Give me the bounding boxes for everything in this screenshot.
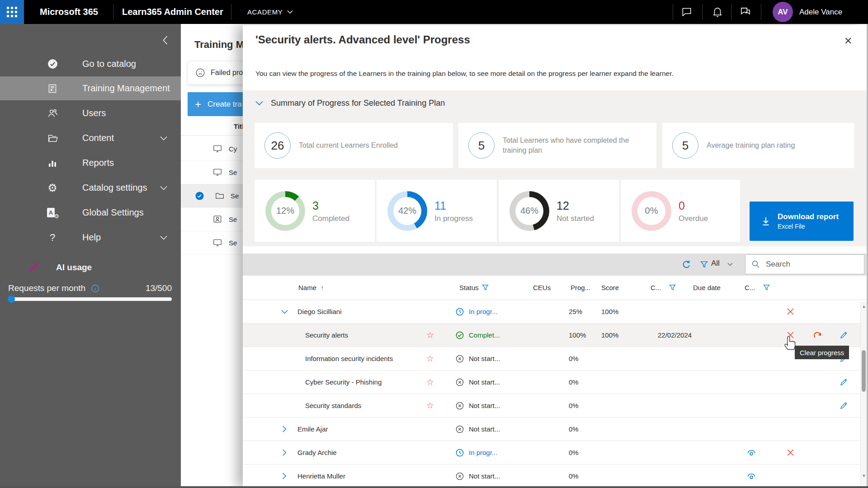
scrollbar-thumb[interactable] [862, 350, 866, 392]
sidebar-item-catalog-settings[interactable]: ⚙ Catalog settings [0, 176, 181, 200]
row-title: Cy [229, 145, 237, 153]
view-details-button[interactable] [746, 441, 756, 464]
waffle-icon [7, 7, 17, 17]
course-name: Security standards [305, 394, 361, 417]
column-header-c1[interactable]: C... [651, 276, 661, 300]
chevron-down-icon [160, 136, 167, 141]
sort-ascending-icon[interactable]: ↑ [321, 276, 324, 300]
progress-value: 0% [569, 371, 579, 394]
status-label: Not start... [469, 425, 500, 433]
table-row-learner[interactable]: Emile Ajar Not start... 0% [243, 418, 867, 441]
tenant-switcher[interactable]: ACADEMY [247, 0, 293, 24]
brand-title[interactable]: Microsoft 365 [40, 0, 98, 24]
chat-icon[interactable] [681, 6, 693, 18]
donut-chart-completed: 12% [265, 191, 305, 231]
sidebar-item-global-settings[interactable]: A⚙ Global Settings [0, 201, 181, 225]
filter-icon[interactable] [669, 276, 676, 300]
admin-settings-icon: A⚙ [46, 207, 59, 218]
table-row-learner[interactable]: Henrietta Muller Not start... 0% [243, 465, 867, 488]
window-border [0, 486, 868, 488]
column-header-score[interactable]: Score [601, 276, 619, 300]
filter-all-dropdown[interactable]: All [711, 259, 720, 268]
usage-progress-bar [8, 297, 172, 301]
usage-value: 13/500 [146, 283, 172, 293]
expand-row-chevron-icon[interactable] [282, 441, 287, 464]
search-input[interactable] [765, 259, 853, 269]
close-icon[interactable]: ✕ [844, 35, 852, 47]
feedback-icon[interactable] [740, 6, 751, 18]
summary-collapse-header[interactable]: Summary of Progress for Selected Trainin… [255, 99, 445, 108]
expand-row-chevron-icon[interactable] [282, 418, 287, 441]
column-header-title[interactable]: Titl [234, 122, 244, 130]
donut-tile-not-started: 46% 12 Not started [499, 180, 619, 242]
table-row-course[interactable]: Security alerts ☆ Complet... 100% 100% 2… [243, 324, 867, 347]
filter-icon[interactable] [700, 261, 708, 268]
selected-check-icon[interactable] [195, 191, 204, 201]
edit-button[interactable] [840, 394, 848, 417]
chevron-down-icon [160, 235, 167, 240]
table-toolbar: All [243, 253, 867, 276]
edit-button[interactable] [840, 371, 848, 394]
app-launcher-button[interactable] [0, 0, 24, 24]
table-row-course[interactable]: Information security incidents ☆ Not sta… [243, 347, 867, 371]
sidebar-item-help[interactable]: ? Help [0, 225, 181, 249]
bar-chart-icon [46, 158, 59, 169]
filter-icon[interactable] [482, 276, 489, 300]
stat-card-completed-learners: 5 Total Learners who have completed the … [458, 123, 656, 168]
column-header-c2[interactable]: C... [745, 276, 755, 300]
donut-value: 12 [557, 199, 594, 212]
info-icon[interactable] [91, 284, 99, 293]
table-row-learner[interactable]: Diego Sicilliani In progr... 25% 100% [243, 300, 867, 324]
sidebar-item-go-to-catalog[interactable]: Go to catalog [0, 52, 181, 76]
sidebar-item-users[interactable]: Users [0, 101, 181, 125]
status-cell: Complet... [455, 324, 500, 347]
column-header-status[interactable]: Status [459, 276, 479, 300]
reset-progress-button[interactable] [813, 324, 822, 347]
download-report-button[interactable]: Download report Excel File [750, 202, 854, 241]
table-scrollbar[interactable]: ▲ ▼ [860, 302, 867, 486]
favorite-star-icon[interactable]: ☆ [426, 324, 434, 347]
chevron-down-icon [255, 101, 263, 106]
column-header-ceus[interactable]: CEUs [533, 276, 551, 300]
scroll-up-icon[interactable]: ▲ [861, 304, 867, 309]
favorite-star-icon[interactable]: ☆ [426, 371, 434, 394]
sidebar-item-ai-usage[interactable]: AI usage [0, 255, 181, 280]
donut-tile-in-progress: 42% 11 In progress [377, 180, 497, 242]
progress-value: 0% [569, 394, 579, 417]
favorite-star-icon[interactable]: ☆ [426, 394, 434, 417]
pencil-icon [840, 401, 848, 410]
view-details-button[interactable] [746, 465, 756, 488]
status-cell: In progr... [455, 300, 497, 323]
notifications-bell-icon[interactable] [712, 6, 723, 18]
collapse-row-chevron-icon[interactable] [281, 300, 288, 323]
divider [231, 4, 231, 20]
eye-icon [746, 448, 756, 458]
refresh-button[interactable] [682, 260, 691, 269]
app-title[interactable]: Learn365 Admin Center [122, 0, 223, 24]
redo-arrow-icon [813, 331, 822, 340]
user-name[interactable]: Adele Vance [799, 0, 842, 24]
favorite-star-icon[interactable]: ☆ [426, 347, 434, 370]
collapse-nav-button[interactable] [162, 35, 168, 46]
sidebar-item-reports[interactable]: Reports [0, 151, 181, 175]
clear-progress-button[interactable] [787, 441, 794, 464]
progress-value: 25% [569, 300, 582, 323]
sidebar-item-training-management[interactable]: Training Management [0, 76, 181, 100]
scroll-down-icon[interactable]: ▼ [861, 474, 867, 478]
clear-progress-button[interactable] [787, 300, 794, 323]
user-avatar[interactable]: AV [773, 2, 793, 22]
column-header-name[interactable]: Name [298, 276, 316, 300]
column-header-due-date[interactable]: Due date [693, 276, 721, 300]
table-row-learner[interactable]: Grady Archie In progr... 0% [243, 441, 867, 465]
table-row-course[interactable]: Security standards ☆ Not start... 0% [243, 394, 867, 418]
expand-row-chevron-icon[interactable] [282, 465, 287, 488]
edit-button[interactable] [840, 324, 848, 347]
table-row-course[interactable]: Cyber Security - Phishing ☆ Not start...… [243, 371, 867, 394]
clear-progress-tooltip: Clear progress [795, 346, 849, 359]
filter-icon[interactable] [763, 276, 770, 300]
dialog-description: You can view the progress of the Learner… [255, 70, 821, 78]
column-header-progress[interactable]: Prog... [571, 276, 590, 300]
sidebar-item-content[interactable]: Content [0, 126, 181, 150]
clear-progress-button[interactable] [787, 324, 794, 347]
status-label: Not start... [469, 472, 500, 480]
